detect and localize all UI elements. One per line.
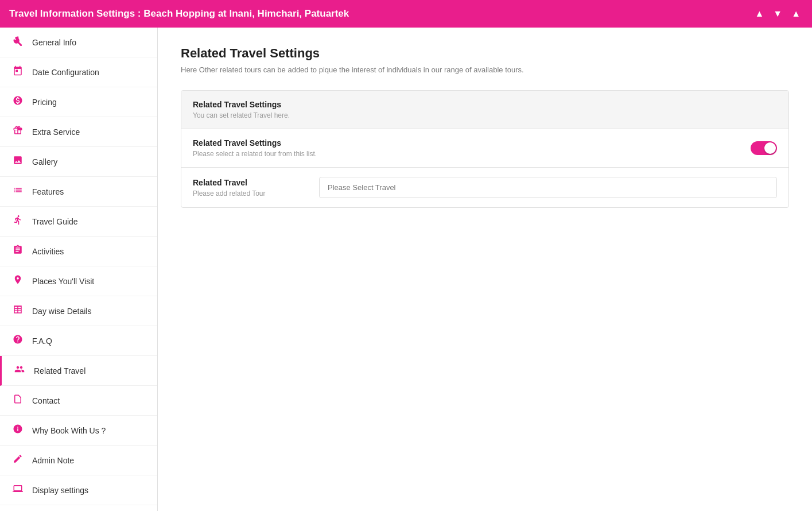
table-icon <box>11 304 24 318</box>
sidebar-item-label: Date Configuration <box>32 68 99 77</box>
sidebar-item-label: Contact <box>32 396 60 405</box>
sidebar-item-label: General Info <box>32 38 76 47</box>
sidebar-item-label: Pricing <box>32 98 57 107</box>
related-travel-label-col: Related Travel Please add related Tour <box>193 178 308 198</box>
main-content: Related Travel Settings Here Other relat… <box>158 28 812 511</box>
sidebar-item-day-wise-details[interactable]: Day wise Details <box>0 296 157 326</box>
sidebar-item-label: Places You'll Visit <box>32 277 94 286</box>
related-travel-sub: Please add related Tour <box>193 189 308 198</box>
app-header: Travel Information Settings : Beach Hopp… <box>0 0 812 28</box>
pin-icon <box>11 274 24 288</box>
toggle-row: Related Travel Settings Please select a … <box>181 129 788 168</box>
toggle-track <box>751 141 777 155</box>
sidebar-item-label: Day wise Details <box>32 307 91 316</box>
toggle-row-subtitle: Please select a related tour from this l… <box>193 150 317 158</box>
header-controls: ▲ ▼ ▲ <box>752 7 803 21</box>
clipboard-icon <box>11 245 24 258</box>
sidebar-item-label: Admin Note <box>32 456 74 465</box>
sidebar-item-date-configuration[interactable]: Date Configuration <box>0 57 157 87</box>
expand-button[interactable]: ▲ <box>789 7 803 21</box>
wrench-icon <box>11 36 24 49</box>
sidebar-item-label: Extra Service <box>32 127 80 137</box>
related-travel-select-row: Related Travel Please add related Tour <box>181 168 788 207</box>
scroll-up-button[interactable]: ▲ <box>752 7 766 21</box>
gift-icon <box>11 125 24 138</box>
related-travel-label: Related Travel <box>193 178 308 187</box>
sidebar-item-pricing[interactable]: Pricing <box>0 87 157 117</box>
sidebar-item-faq[interactable]: F.A.Q <box>0 326 157 356</box>
card-header-subtitle: You can set related Travel here. <box>193 111 777 119</box>
sidebar-item-label: Related Travel <box>34 366 86 375</box>
calendar-icon <box>11 65 24 79</box>
sidebar-item-label: Travel Guide <box>32 217 78 226</box>
card-header-section: Related Travel Settings You can set rela… <box>181 91 788 129</box>
sidebar-item-label: Why Book With Us ? <box>32 426 106 435</box>
main-layout: General Info Date Configuration Pricing … <box>0 28 812 511</box>
edit-icon <box>11 454 24 467</box>
sidebar-item-label: F.A.Q <box>32 336 52 346</box>
list-icon <box>11 185 24 198</box>
select-travel-input[interactable] <box>319 177 777 198</box>
page-title: Related Travel Settings <box>181 46 789 61</box>
image-icon <box>11 155 24 168</box>
sidebar-item-admin-note[interactable]: Admin Note <box>0 446 157 475</box>
sidebar-item-places-youll-visit[interactable]: Places You'll Visit <box>0 266 157 296</box>
toggle-row-left: Related Travel Settings Please select a … <box>193 138 317 158</box>
sidebar-item-contact[interactable]: Contact <box>0 386 157 416</box>
sidebar-item-extra-service[interactable]: Extra Service <box>0 117 157 147</box>
card-header-title: Related Travel Settings <box>193 100 777 109</box>
sidebar-item-gallery[interactable]: Gallery <box>0 147 157 177</box>
tag-icon <box>11 95 24 109</box>
sidebar-item-label: Features <box>32 187 64 196</box>
sidebar-item-activities[interactable]: Activities <box>0 237 157 266</box>
sidebar-item-why-book-with-us[interactable]: Why Book With Us ? <box>0 416 157 446</box>
sidebar-item-label: Gallery <box>32 157 57 167</box>
person-icon <box>11 215 24 228</box>
toggle-row-title: Related Travel Settings <box>193 138 317 148</box>
related-travel-card: Related Travel Settings You can set rela… <box>181 90 789 208</box>
sidebar-item-related-travel[interactable]: Related Travel <box>0 356 157 386</box>
scroll-down-button[interactable]: ▼ <box>771 7 784 21</box>
sidebar-item-label: Activities <box>32 247 64 256</box>
monitor-icon <box>11 483 24 497</box>
sidebar-item-label: Display settings <box>32 486 88 495</box>
sidebar-item-travel-guide[interactable]: Travel Guide <box>0 207 157 237</box>
toggle-thumb <box>764 142 776 154</box>
info-icon <box>11 424 24 437</box>
doc-icon <box>11 394 24 407</box>
people-icon <box>13 364 26 377</box>
header-title: Travel Information Settings : Beach Hopp… <box>9 8 349 20</box>
related-travel-toggle[interactable] <box>751 141 777 155</box>
question-icon <box>11 334 24 347</box>
page-subtitle: Here Other related tours can be added to… <box>181 65 789 74</box>
sidebar: General Info Date Configuration Pricing … <box>0 28 158 511</box>
sidebar-item-features[interactable]: Features <box>0 177 157 207</box>
sidebar-item-general-info[interactable]: General Info <box>0 28 157 57</box>
sidebar-item-display-settings[interactable]: Display settings <box>0 475 157 505</box>
